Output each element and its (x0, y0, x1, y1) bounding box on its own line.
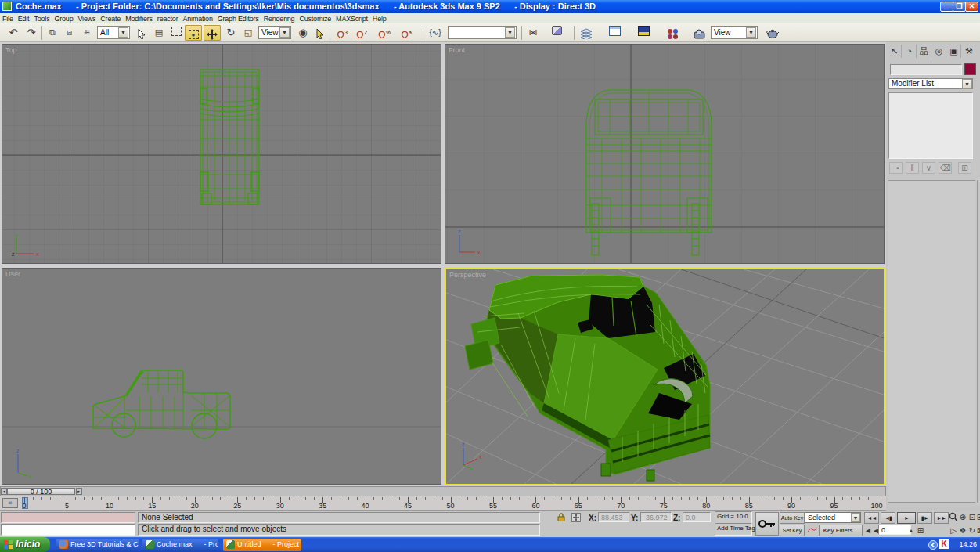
viewport-top-label: Top (5, 46, 17, 54)
taskbar-button-3[interactable]: Untitled - Project ... (223, 539, 301, 551)
taskbar-button-1[interactable]: Free 3D Tutorials & C... (56, 539, 139, 551)
named-selection-sets-icon[interactable]: {∿} (427, 25, 444, 41)
panel-scrollbar[interactable] (977, 180, 978, 503)
time-back-arrow[interactable]: ◂ (1, 488, 7, 495)
restore-button[interactable]: ❐ (953, 2, 966, 12)
zoom-icon[interactable] (949, 512, 958, 522)
pin-stack-button[interactable]: ⊸ (889, 162, 903, 174)
selection-filter-dropdown[interactable]: All▼ (97, 26, 130, 39)
select-move-icon[interactable] (204, 25, 221, 41)
redo-icon[interactable]: ↷ (23, 25, 40, 41)
display-tab-icon[interactable]: ▣ (947, 45, 961, 58)
select-manipulate-icon[interactable] (312, 25, 329, 41)
go-to-frame-icon[interactable]: ◄◄ (864, 525, 877, 536)
percent-snap-icon[interactable]: Ω% (376, 25, 393, 41)
quick-render-icon[interactable] (764, 25, 781, 41)
start-button[interactable]: Inicio (0, 537, 50, 552)
absolute-mode-icon[interactable] (571, 513, 581, 523)
timeline-label-90: 90 (787, 502, 795, 510)
object-color-swatch[interactable] (964, 63, 976, 75)
play-button[interactable]: ► (897, 512, 916, 524)
create-tab-icon[interactable]: ↖ (888, 45, 902, 58)
schematic-view-icon[interactable] (635, 25, 652, 41)
add-time-tag[interactable]: Add Time Tag (715, 523, 752, 536)
layers-icon[interactable] (578, 25, 595, 41)
hierarchy-tab-icon[interactable]: 品 (917, 45, 931, 58)
key-filters-button[interactable]: Key Filters... (819, 525, 863, 536)
default-in-out-tangent-icon[interactable] (806, 525, 817, 536)
close-button[interactable]: ✕ (965, 2, 978, 12)
timeline-label-50: 50 (446, 502, 454, 510)
go-to-end-button[interactable]: ►► (934, 512, 949, 524)
configure-modifier-sets-button[interactable]: ⊞ (958, 162, 971, 174)
auto-key-button[interactable]: Auto Key (780, 512, 805, 524)
track-bar[interactable]: ⌗ 05101520253035404550556065707580859095… (0, 496, 886, 511)
ref-coord-dropdown[interactable]: View▼ (258, 26, 291, 39)
kaspersky-icon[interactable]: K (939, 539, 949, 549)
taskbar-button-2[interactable]: Coche.max - Proje... (142, 539, 218, 551)
timeline-tick (510, 497, 511, 500)
render-setup-icon[interactable] (690, 25, 708, 41)
selection-lock-icon[interactable] (557, 513, 566, 523)
time-fwd-arrow[interactable]: ▸ (76, 488, 82, 495)
select-by-name-icon[interactable]: ▤ (150, 25, 168, 41)
object-name-field[interactable] (890, 64, 962, 75)
bind-spacewarp-icon[interactable]: ≋ (78, 25, 95, 41)
timeline-tick (416, 497, 417, 500)
z-coord-field[interactable]: 0.0 (683, 512, 711, 522)
zoom-region-icon[interactable]: ▷ (949, 525, 958, 536)
utilities-tab-icon[interactable]: ⚒ (962, 45, 976, 58)
mirror-icon[interactable]: ⋈ (524, 25, 542, 41)
go-to-start-button[interactable]: ◄◄ (864, 512, 879, 524)
mini-curve-editor-icon[interactable]: ⌗ (2, 498, 18, 508)
time-config-icon[interactable]: ⊞ (916, 525, 925, 536)
prev-frame-button[interactable]: ◄▮ (881, 512, 895, 524)
pan-icon[interactable]: ❖ (958, 525, 967, 536)
align-icon[interactable] (548, 25, 565, 41)
material-editor-icon[interactable] (664, 25, 681, 41)
viewport-user[interactable]: User (2, 268, 441, 485)
set-keys-button[interactable] (755, 512, 779, 536)
link-icon[interactable]: ⧉ (44, 25, 61, 41)
viewport-front[interactable]: Front (445, 44, 885, 264)
timeline-tick (391, 497, 391, 500)
rect-selection-region-icon[interactable] (168, 25, 185, 41)
tray-collapse-icon[interactable] (928, 540, 938, 550)
motion-tab-icon[interactable]: ◎ (932, 45, 946, 58)
select-scale-icon[interactable]: ◱ (240, 25, 257, 41)
x-coord-field[interactable]: 88.453 (598, 512, 629, 522)
maxscript-listener-pink[interactable] (1, 512, 135, 523)
maxscript-listener-white[interactable] (1, 524, 135, 536)
frame-spinner[interactable]: ▲▼ (906, 525, 916, 536)
named-selection-dropdown[interactable]: ▼ (448, 26, 517, 39)
snap-toggle-icon[interactable]: Ω3 (333, 25, 351, 41)
unlink-icon[interactable]: ⧈ (61, 25, 78, 41)
set-key-button[interactable]: Set Key (780, 525, 805, 536)
select-object-icon[interactable] (133, 25, 150, 41)
viewport-perspective[interactable]: Perspective (445, 268, 885, 485)
spinner-snap-icon[interactable]: Ωa (398, 25, 415, 41)
crossing-selection-icon[interactable]: ● (185, 25, 202, 41)
time-slider-thumb[interactable]: 0 / 100 (7, 488, 75, 495)
render-type-dropdown[interactable]: View▼ (711, 26, 758, 39)
viewport-top[interactable]: Top (2, 44, 441, 264)
angle-snap-icon[interactable]: Ω∠ (354, 25, 371, 41)
remove-modifier-button[interactable]: ⌫ (939, 162, 952, 174)
next-frame-button[interactable]: ▮► (917, 512, 932, 524)
modifier-stack[interactable] (888, 92, 973, 159)
curve-editor-icon[interactable] (606, 25, 623, 41)
key-mode-dropdown[interactable]: Selected▼ (805, 512, 861, 523)
modifier-list-dropdown[interactable]: Modifier List▼ (888, 78, 973, 89)
y-coord-field[interactable]: -36.972 (640, 512, 672, 522)
timeline-label-100: 100 (870, 502, 882, 510)
select-rotate-icon[interactable]: ↻ (222, 25, 240, 41)
make-unique-button[interactable]: ∨ (922, 162, 935, 174)
zoom-extents-all-icon[interactable]: ⊞ (975, 512, 980, 522)
minimize-button[interactable]: _ (940, 2, 953, 12)
show-end-result-button[interactable]: ‖ (906, 162, 919, 174)
pivot-center-icon[interactable]: ◉ (294, 25, 312, 41)
zoom-all-icon[interactable]: ⊕ (958, 512, 967, 522)
maximize-viewport-icon[interactable]: ⊠ (975, 525, 980, 536)
modify-tab-icon[interactable]: ◔ (903, 45, 917, 58)
undo-icon[interactable]: ↶ (5, 25, 22, 41)
